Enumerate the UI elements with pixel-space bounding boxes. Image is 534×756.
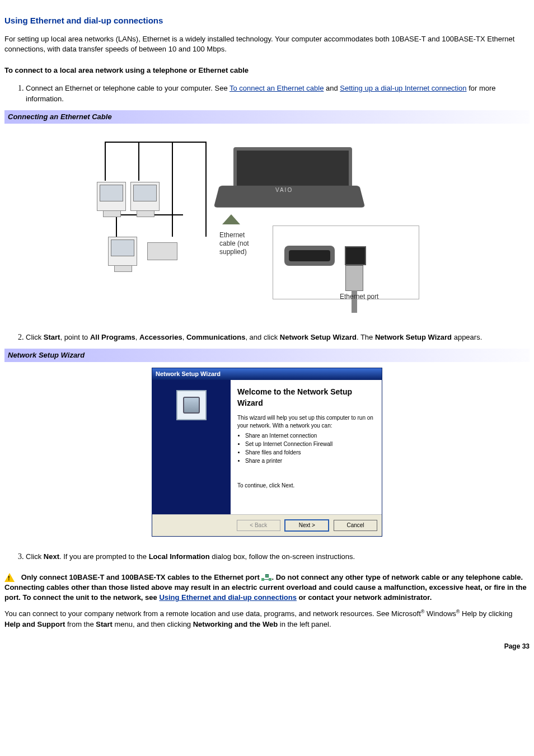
desktop-icon xyxy=(108,237,137,266)
kw-communications: Communications xyxy=(186,333,245,341)
wizard-dialog: Network Setup Wizard Welcome to the Netw… xyxy=(152,368,382,537)
procedure-heading: To connect to a local area network using… xyxy=(4,65,530,76)
kw-all-programs: All Programs xyxy=(90,333,135,341)
vga-port-icon xyxy=(284,246,335,266)
wizard-bullet: Share an Internet connection xyxy=(245,432,375,440)
wizard-bullet: Set up Internet Connection Firewall xyxy=(245,440,375,448)
desktop-icon xyxy=(130,182,160,211)
wizard-heading: Welcome to the Network Setup Wizard xyxy=(237,387,375,408)
wizard-bullet-list: Share an Internet connection Set up Inte… xyxy=(245,432,375,465)
laptop-logo: VAIO xyxy=(275,186,293,194)
kw-network-setup-wizard2: Network Setup Wizard xyxy=(375,333,452,341)
next-button[interactable]: Next > xyxy=(284,519,329,532)
step-3: Click Next. If you are prompted to the L… xyxy=(26,551,530,562)
kw-local-information: Local Information xyxy=(149,552,210,561)
cable-label: Ethernet cable (not supplied) xyxy=(219,231,249,256)
step1-text: Connect an Ethernet or telephone cable t… xyxy=(26,84,229,92)
printer-icon xyxy=(147,242,177,260)
kw-networking-web: Networking and the Web xyxy=(193,620,278,628)
wizard-continue-text: To continue, click Next. xyxy=(237,482,375,490)
cancel-button[interactable]: Cancel xyxy=(334,520,377,531)
section-heading: Using Ethernet and dial-up connections xyxy=(4,15,530,26)
link-dialup-setup[interactable]: Setting up a dial-up Internet connection xyxy=(340,84,466,92)
wizard-titlebar: Network Setup Wizard xyxy=(152,368,382,380)
back-button[interactable]: < Back xyxy=(237,520,280,531)
pointer-arrow-icon xyxy=(222,214,240,224)
kw-start2: Start xyxy=(96,620,113,628)
step1-mid: and xyxy=(326,84,340,92)
kw-help-and-support: Help and Support xyxy=(4,620,65,628)
ethernet-port-glyph-icon xyxy=(261,574,271,581)
warning-icon xyxy=(4,573,15,582)
ethernet-diagram: VAIO Ethernet cable (not supplied) Ether… xyxy=(99,130,435,315)
port-closeup xyxy=(273,226,419,299)
step-1: Connect an Ethernet or telephone cable t… xyxy=(26,83,530,105)
wizard-badge-icon xyxy=(176,390,207,420)
wizard-bullet: Share a printer xyxy=(245,457,375,465)
laptop-icon: VAIO xyxy=(217,147,362,214)
port-label: Ethernet port xyxy=(340,293,378,301)
wizard-sidebar xyxy=(152,380,231,514)
intro-paragraph: For setting up local area networks (LANs… xyxy=(4,34,530,54)
link-using-ethernet[interactable]: Using Ethernet and dial-up connections xyxy=(159,593,297,602)
wizard-bullet: Share files and folders xyxy=(245,449,375,457)
kw-network-setup-wizard: Network Setup Wizard xyxy=(280,333,357,341)
kw-start: Start xyxy=(44,333,60,341)
wizard-button-bar: < Back Next > Cancel xyxy=(152,514,382,536)
closing-paragraph: You can connect to your company network … xyxy=(4,608,530,630)
figure1-caption: Connecting an Ethernet Cable xyxy=(4,110,530,124)
page-number: Page 33 xyxy=(4,642,530,651)
kw-accessories: Accessories xyxy=(139,333,182,341)
link-connect-ethernet[interactable]: To connect an Ethernet cable xyxy=(229,84,324,92)
desktop-icon xyxy=(97,182,126,211)
warning-note: Only connect 10BASE-T and 100BASE-TX cab… xyxy=(4,572,530,603)
ethernet-plug-icon xyxy=(345,265,363,291)
step-2: Click Start, point to All Programs, Acce… xyxy=(26,332,530,343)
wizard-description: This wizard will help you set up this co… xyxy=(237,414,375,430)
figure2-caption: Network Setup Wizard xyxy=(4,349,530,362)
ethernet-port-icon xyxy=(345,246,366,265)
kw-next: Next xyxy=(44,552,59,561)
